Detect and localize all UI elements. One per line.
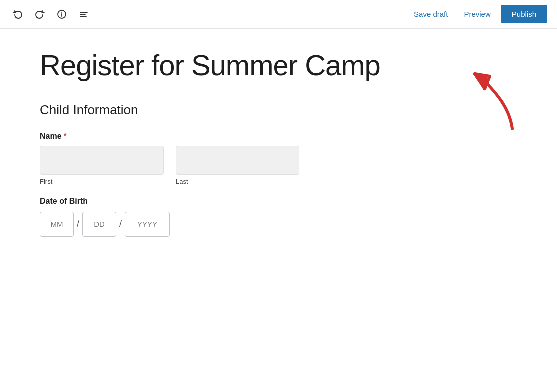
first-name-input[interactable]	[40, 146, 164, 175]
section-title: Child Information	[40, 102, 517, 118]
name-field-group: Name * First Last	[40, 132, 517, 185]
undo-button[interactable]	[10, 6, 26, 22]
main-content: Register for Summer Camp Child Informati…	[0, 29, 557, 257]
save-draft-button[interactable]: Save draft	[408, 6, 454, 22]
dob-field-group: Date of Birth / /	[40, 197, 517, 237]
preview-button[interactable]: Preview	[458, 6, 496, 22]
dob-year-input[interactable]	[125, 212, 170, 237]
redo-button[interactable]	[32, 6, 48, 22]
last-name-input[interactable]	[176, 146, 299, 175]
info-button[interactable]	[54, 6, 70, 22]
svg-point-2	[61, 12, 62, 13]
required-indicator: *	[64, 132, 67, 141]
last-name-label: Last	[176, 178, 299, 185]
page-title: Register for Summer Camp	[40, 49, 517, 82]
toolbar: Save draft Preview Publish	[0, 0, 557, 29]
dob-month-input[interactable]	[40, 212, 74, 237]
first-name-wrap: First	[40, 146, 164, 185]
toolbar-left	[10, 6, 92, 22]
last-name-wrap: Last	[176, 146, 299, 185]
dob-label: Date of Birth	[40, 197, 517, 206]
dob-inputs: / /	[40, 212, 517, 237]
dob-separator-1: /	[77, 219, 79, 229]
tools-button[interactable]	[76, 6, 92, 22]
name-label: Name *	[40, 132, 517, 141]
toolbar-right: Save draft Preview Publish	[408, 5, 547, 23]
first-name-label: First	[40, 178, 164, 185]
publish-button[interactable]: Publish	[501, 5, 547, 23]
dob-separator-2: /	[119, 219, 122, 229]
name-inputs: First Last	[40, 146, 517, 185]
dob-day-input[interactable]	[82, 212, 116, 237]
